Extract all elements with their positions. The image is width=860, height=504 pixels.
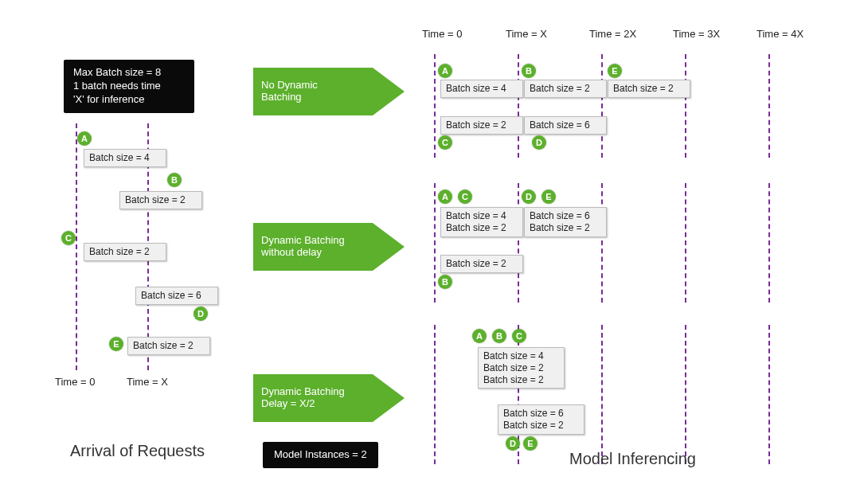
s3-m-D: D — [506, 436, 520, 451]
arrow-dyn-delay-label: Dynamic Batching Delay = X/2 — [261, 386, 345, 410]
arrival-title: Arrival of Requests — [70, 442, 205, 460]
model-instances-box: Model Instances = 2 — [263, 442, 378, 468]
s2-m-E: E — [541, 189, 556, 204]
rt-1: Time = X — [506, 28, 547, 40]
left-tick-0-label: Time = 0 — [55, 376, 119, 388]
scenario-dyn-delay: A B C Batch size = 4 Batch size = 2 Batc… — [434, 325, 848, 464]
s1-m-A: A — [438, 64, 452, 78]
info-line2: 1 batch needs time — [73, 80, 185, 93]
marker-A: A — [77, 131, 92, 146]
s1-b-A: Batch size = 4 — [440, 80, 523, 98]
scenario-no-dynamic: A Batch size = 4 B Batch size = 2 E Batc… — [434, 54, 848, 158]
marker-B: B — [167, 173, 182, 187]
scenario-dyn-nodelay: A C Batch size = 4 Batch size = 2 D E Ba… — [434, 183, 848, 303]
s3-m-C: C — [512, 329, 526, 343]
s1-b-D: Batch size = 6 — [524, 116, 607, 135]
marker-C: C — [61, 231, 76, 245]
s1-b-E: Batch size = 2 — [608, 80, 690, 98]
batch-C: Batch size = 2 — [84, 243, 166, 261]
s2-b-DE: Batch size = 6 Batch size = 2 — [524, 207, 607, 237]
rt-2: Time = 2X — [589, 28, 636, 40]
s1-b-B: Batch size = 2 — [524, 80, 607, 98]
s1-m-B: B — [522, 64, 536, 78]
batch-D: Batch size = 6 — [135, 287, 218, 305]
arrow-dyn-delay: Dynamic Batching Delay = X/2 — [253, 374, 405, 422]
rt-3: Time = 3X — [673, 28, 720, 40]
arrow-dyn-nodelay: Dynamic Batching without delay — [253, 223, 405, 271]
s3-m-E: E — [523, 436, 538, 451]
arrow-no-dynamic: No Dynamic Batching — [253, 68, 405, 115]
s2-m-C: C — [458, 189, 472, 204]
s2-m-B: B — [438, 275, 452, 289]
s2-m-D: D — [522, 189, 536, 204]
info-line1: Max Batch size = 8 — [73, 66, 185, 80]
batch-E: Batch size = 2 — [127, 337, 210, 355]
s1-b-C: Batch size = 2 — [440, 116, 523, 135]
batch-B: Batch size = 2 — [119, 191, 202, 209]
arrow-dyn-nodelay-label: Dynamic Batching without delay — [261, 235, 345, 259]
arrival-timeline: Time = 0 Time = X A Batch size = 4 B Bat… — [76, 123, 195, 370]
s1-m-E: E — [608, 64, 622, 78]
s3-m-A: A — [472, 329, 487, 343]
s1-m-C: C — [438, 135, 452, 150]
s3-b-DE: Batch size = 6 Batch size = 2 — [498, 404, 584, 435]
s1-m-D: D — [532, 135, 546, 150]
s2-b-AC: Batch size = 4 Batch size = 2 — [440, 207, 523, 237]
s2-b-B: Batch size = 2 — [440, 255, 523, 273]
info-box: Max Batch size = 8 1 batch needs time 'X… — [64, 60, 194, 113]
marker-D: D — [194, 307, 208, 321]
inference-title: Model Inferencing — [569, 450, 696, 468]
rt-0: Time = 0 — [422, 28, 462, 40]
s3-b-ABC: Batch size = 4 Batch size = 2 Batch size… — [478, 347, 565, 389]
batch-A: Batch size = 4 — [84, 149, 166, 167]
rt-4: Time = 4X — [756, 28, 803, 40]
left-tick-X-label: Time = X — [127, 376, 190, 388]
marker-E: E — [109, 337, 123, 351]
s2-m-A: A — [438, 189, 452, 204]
arrow-no-dynamic-label: No Dynamic Batching — [261, 80, 318, 104]
s3-m-B: B — [492, 329, 506, 343]
info-line3: 'X' for inference — [73, 93, 185, 107]
